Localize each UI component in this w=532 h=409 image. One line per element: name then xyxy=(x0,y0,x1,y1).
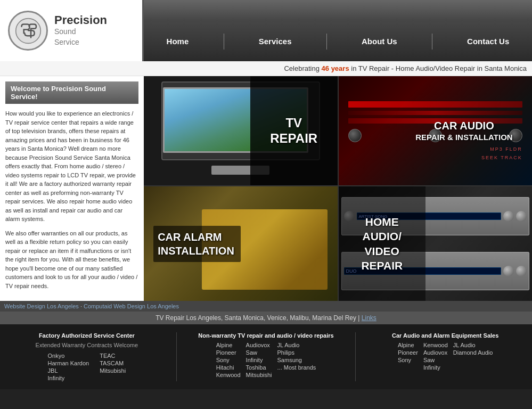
sidebar-title: Welcome to Precision Sound Service! xyxy=(5,81,138,104)
brand-saw-car: Saw xyxy=(423,357,448,363)
footer-col1-subtitle: Extended Warranty Contracts Welcome xyxy=(5,342,168,348)
brand-pioneer-car: Pioneer xyxy=(398,349,418,356)
car-audio-sub-label: REPAIR & INSTALLATION xyxy=(415,132,513,143)
tv-repair-tile[interactable]: TVREPAIR xyxy=(144,76,338,185)
logo-icon xyxy=(8,11,48,51)
car-alarm-label-bg: CAR ALARMINSTALLATION xyxy=(153,226,241,262)
footer-divider-2 xyxy=(355,332,356,381)
footer-col2-brands-right: JL Audio Philips Samsung ... Most brands xyxy=(277,342,316,378)
footer-col1-brands: Onkyo Harman Kardon JBL Infinity TEAC TA… xyxy=(5,353,168,381)
brand-toshiba: Toshiba xyxy=(246,364,272,371)
brand-jlaudio: JL Audio xyxy=(277,342,316,348)
footer-col-authorized: Factory Authorized Service Center Extend… xyxy=(5,332,168,381)
brand-alpine-car: Alpine xyxy=(398,342,418,348)
brand-sony: Sony xyxy=(216,357,241,363)
footer-main: Factory Authorized Service Center Extend… xyxy=(0,324,532,389)
footer-bar: TV Repair Los Angeles, Santa Monica, Ven… xyxy=(0,312,532,324)
brand-diamond-audio: Diamond Audio xyxy=(453,349,493,356)
home-audio-label-area: HOMEAUDIO/VIDEOREPAIR xyxy=(339,186,426,301)
nav-divider-2 xyxy=(326,34,327,50)
footer-col3-brands-mid: Kenwood Audiovox Saw Infinity xyxy=(423,342,448,371)
brand-harman: Harman Kardon xyxy=(48,360,89,366)
celebrating-text-after: in TV Repair - Home Audio/Video Repair i… xyxy=(349,64,527,72)
brand-pioneer: Pioneer xyxy=(216,349,241,356)
car-audio-label-overlay: CAR AUDIO REPAIR & INSTALLATION xyxy=(339,76,533,185)
brand-hitachi: Hitachi xyxy=(216,364,241,371)
brand-infinity: Infinity xyxy=(48,375,89,381)
footer-col1-brands-right: TEAC TASCAM Mitsubishi xyxy=(100,353,126,381)
brand-teac: TEAC xyxy=(100,353,126,359)
nav-divider-3 xyxy=(432,34,432,50)
footer-col3-brands-right: JL Audio Diamond Audio xyxy=(453,342,493,371)
nav-divider xyxy=(224,34,224,50)
brand-jlaudio-car: JL Audio xyxy=(453,342,493,348)
brand-mitsubishi: Mitsubishi xyxy=(100,367,126,374)
footer-col3-brands: Alpine Pioneer Sony Kenwood Audiovox Saw… xyxy=(364,342,527,371)
footer-col1-title: Factory Authorized Service Center xyxy=(5,332,168,339)
celebrating-bar: Celebrating 46 years in TV Repair - Home… xyxy=(0,61,532,76)
car-alarm-label: CAR ALARMINSTALLATION xyxy=(158,230,236,258)
sidebar-content: How would you like to experience an elec… xyxy=(5,109,138,290)
footer-bar-text: TV Repair Los Angeles, Santa Monica, Ven… xyxy=(155,314,362,322)
tv-repair-label: TVREPAIR xyxy=(270,116,317,146)
brand-name-line3: Service xyxy=(54,37,107,48)
computaid-link[interactable]: Computaid Web Design Los Angeles xyxy=(84,303,179,309)
brand-sony-car: Sony xyxy=(398,357,418,363)
services-grid: TVREPAIR MP3 FLDR SEEK TRACK xyxy=(144,76,532,301)
sidebar-paragraph-2: We also offer warranties on all our prod… xyxy=(5,229,138,291)
brand-jbl: JBL xyxy=(48,367,89,374)
brand-onkyo: Onkyo xyxy=(48,353,89,359)
nav-home[interactable]: Home xyxy=(156,32,200,50)
receiver-knob-5 xyxy=(516,266,527,276)
nav-services[interactable]: Services xyxy=(248,32,302,50)
brand-infinity-car: Infinity xyxy=(423,364,448,371)
brand-mitsubishi-2: Mitsubishi xyxy=(246,372,272,378)
brand-saw: Saw xyxy=(246,349,272,356)
home-audio-tile[interactable]: ARTIST·SONG DUO HOMEAUDIO/VIDEOREPAIR xyxy=(339,186,533,301)
car-audio-tile[interactable]: MP3 FLDR SEEK TRACK CAR AUDIO REPAIR & I… xyxy=(339,76,533,185)
navigation-area: Home Services About Us Contact Us xyxy=(144,0,532,61)
website-design-link[interactable]: Website Design Los Angeles xyxy=(4,303,79,309)
footer-col2-brands-left: Alpine Pioneer Sony Hitachi Kenwood xyxy=(216,342,241,378)
footer-links-link[interactable]: Links xyxy=(362,314,377,322)
car-alarm-tile[interactable]: CAR ALARMINSTALLATION xyxy=(144,186,338,301)
sidebar: Welcome to Precision Sound Service! How … xyxy=(0,76,144,301)
brand-kenwood-car: Kenwood xyxy=(423,342,448,348)
brand-tascam: TASCAM xyxy=(100,360,126,366)
footer-col2-brands: Alpine Pioneer Sony Hitachi Kenwood Audi… xyxy=(185,342,348,378)
nav-about[interactable]: About Us xyxy=(351,32,408,50)
brand-infinity-2: Infinity xyxy=(246,357,272,363)
car-audio-main-label: CAR AUDIO xyxy=(415,119,513,132)
celebrating-years: 46 years xyxy=(322,64,349,72)
brand-name-line2: Sound xyxy=(54,27,107,37)
celebrating-text-before: Celebrating xyxy=(284,64,321,72)
footer-divider-1 xyxy=(176,332,177,381)
receiver-knob-2 xyxy=(503,211,514,222)
brand-samsung: Samsung xyxy=(277,357,316,363)
home-audio-label: HOMEAUDIO/VIDEOREPAIR xyxy=(361,215,403,273)
footer-col-car-audio: Car Audio and Alarm Equipment Sales Alpi… xyxy=(364,332,527,381)
footer-col3-title: Car Audio and Alarm Equipment Sales xyxy=(364,332,527,339)
logo-area: Precision Sound Service xyxy=(0,0,144,61)
brand-audiovox-car: Audiovox xyxy=(423,349,448,356)
header: Precision Sound Service Home Services Ab… xyxy=(0,0,532,61)
nav-contact[interactable]: Contact Us xyxy=(456,32,520,50)
footer-col-nonwarranty: Non-warranty TV repair and audio / video… xyxy=(185,332,348,381)
footer-col2-title: Non-warranty TV repair and audio / video… xyxy=(185,332,348,339)
brand-audiovox: Audiovox xyxy=(246,342,272,348)
brand-philips: Philips xyxy=(277,349,316,356)
footer-col1-brands-left: Onkyo Harman Kardon JBL Infinity xyxy=(48,353,89,381)
footer-links-bar: Website Design Los Angeles · Computaid W… xyxy=(0,301,532,312)
receiver-knob-4 xyxy=(503,266,514,276)
nav-top-bar xyxy=(144,0,532,21)
nav-menu: Home Services About Us Contact Us xyxy=(144,21,532,61)
receiver-knob-3 xyxy=(516,211,527,222)
footer-col2-brands-mid: Audiovox Saw Infinity Toshiba Mitsubishi xyxy=(246,342,272,378)
brand-alpine: Alpine xyxy=(216,342,241,348)
brand-name-line1: Precision xyxy=(54,14,107,27)
logo-text: Precision Sound Service xyxy=(54,14,107,47)
footer-col3-brands-left: Alpine Pioneer Sony xyxy=(398,342,418,371)
main-content: Welcome to Precision Sound Service! How … xyxy=(0,76,532,301)
sidebar-paragraph-1: How would you like to experience an elec… xyxy=(5,109,138,224)
brand-kenwood: Kenwood xyxy=(216,372,241,378)
